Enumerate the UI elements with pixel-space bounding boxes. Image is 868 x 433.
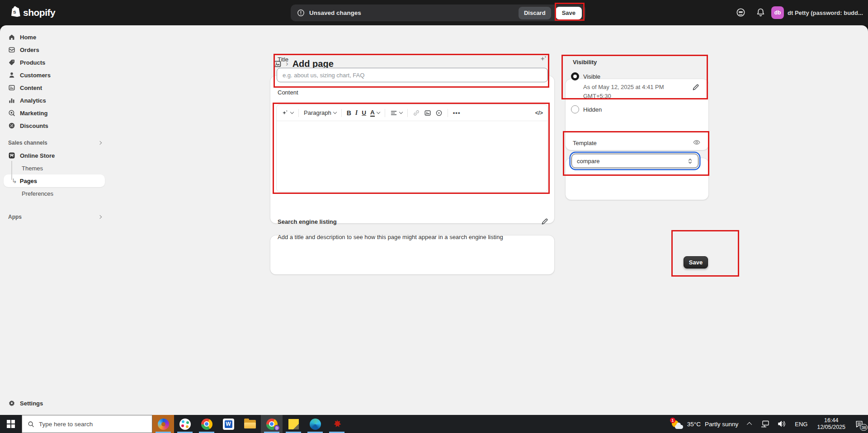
insert-image-icon[interactable] (424, 109, 431, 117)
taskbar-app-slack[interactable] (174, 415, 196, 433)
alignment-button[interactable] (390, 109, 402, 117)
more-options-button[interactable]: ••• (453, 109, 461, 116)
seo-card-title: Search engine listing (278, 218, 337, 225)
taskbar-search-box[interactable]: Type here to search (22, 415, 152, 433)
floating-save-button[interactable]: Save (684, 256, 708, 268)
sidebar-item-products[interactable]: Products (4, 56, 105, 69)
clock-time: 16:44 (817, 417, 845, 424)
weather-icon: 1 (670, 419, 683, 429)
insert-video-icon[interactable] (435, 109, 443, 117)
visible-label[interactable]: Visible (583, 73, 600, 80)
title-input[interactable] (277, 68, 548, 82)
save-button[interactable]: Save (556, 7, 582, 19)
chevron-down-icon (377, 110, 380, 113)
paragraph-style-dropdown[interactable]: Paragraph (304, 109, 336, 116)
chevron-down-icon (399, 110, 403, 113)
taskbar-app-copilot[interactable] (152, 415, 174, 433)
sidebar-item-content[interactable]: Content (4, 81, 105, 94)
action-center-button[interactable]: 38 (850, 415, 868, 433)
sidebar-item-discounts[interactable]: Discounts (4, 119, 105, 132)
sidebar-section-apps[interactable]: Apps (4, 211, 105, 223)
taskbar-app-word[interactable]: W (217, 415, 239, 433)
ai-magic-button[interactable] (281, 109, 293, 117)
chevron-right-icon (98, 141, 102, 145)
title-label: Title (278, 56, 288, 63)
sidebar-item-settings[interactable]: Settings (4, 397, 105, 409)
gear-icon (8, 400, 15, 407)
sidebar-item-themes[interactable]: Themes (4, 162, 105, 174)
taskbar-app-chrome[interactable] (196, 415, 217, 433)
volume-icon[interactable] (777, 420, 786, 428)
notification-count-badge: 38 (860, 424, 868, 431)
sidekick-assistant-icon[interactable] (736, 8, 745, 17)
sticky-notes-icon (288, 419, 299, 429)
notifications-bell-icon[interactable] (756, 8, 765, 17)
editor-toolbar: Paragraph B I U A ••• </> (277, 105, 547, 121)
start-button[interactable] (0, 415, 22, 433)
taskbar-app-sticky-notes[interactable] (283, 415, 304, 433)
hidden-icons-chevron[interactable] (747, 422, 752, 427)
sidebar-item-online-store[interactable]: Online Store (4, 149, 105, 162)
eye-icon[interactable] (693, 138, 701, 146)
system-tray: 1 35°C Partly sunny ENG 16:44 12/05/2025… (666, 415, 868, 433)
svg-text:S: S (13, 9, 16, 14)
text-color-button[interactable]: A (370, 109, 380, 117)
edit-pencil-icon[interactable] (541, 217, 549, 226)
toolbar-divider (341, 109, 342, 117)
sidebar-section-sales-channels[interactable]: Sales channels (4, 136, 105, 149)
shopify-logo[interactable]: S shopify (10, 5, 55, 19)
file-explorer-icon (244, 420, 256, 428)
hidden-label[interactable]: Hidden (583, 106, 602, 113)
underline-button[interactable]: U (362, 109, 366, 116)
content-icon (8, 84, 15, 91)
sidebar-item-analytics[interactable]: Analytics (4, 94, 105, 107)
magic-sparkle-icon[interactable] (539, 55, 547, 63)
home-icon (8, 33, 15, 41)
bold-button[interactable]: B (347, 109, 351, 117)
select-updown-icon (687, 158, 693, 165)
customers-icon (8, 71, 15, 79)
sidebar-item-pages[interactable]: ↳ Pages (4, 174, 105, 187)
topbar: S shopify Unsaved changes Discard Save d… (0, 0, 868, 25)
template-select[interactable]: compare (571, 154, 698, 168)
sidebar-item-home[interactable]: Home (4, 31, 105, 43)
toolbar-divider (407, 109, 408, 117)
taskbar-weather[interactable]: 1 35°C Partly sunny (666, 419, 743, 429)
sidebar-item-marketing[interactable]: Marketing (4, 107, 105, 119)
slack-icon (179, 419, 191, 430)
hidden-radio[interactable] (571, 105, 579, 113)
discard-button[interactable]: Discard (519, 7, 551, 19)
language-indicator[interactable]: ENG (790, 421, 812, 428)
visible-radio[interactable] (571, 72, 579, 80)
code-view-button[interactable]: </> (535, 110, 543, 116)
orders-icon (8, 46, 15, 53)
marketing-icon (8, 109, 15, 117)
network-icon[interactable] (761, 420, 770, 428)
taskbar-clock[interactable]: 16:44 12/05/2025 (812, 417, 850, 431)
search-icon (28, 421, 34, 428)
sidebar: Home Orders Products Customers Content A… (0, 25, 108, 415)
visibility-note-line2: GMT+5:30 (583, 93, 611, 99)
user-avatar[interactable]: db (771, 6, 784, 19)
sidebar-item-customers[interactable]: Customers (4, 69, 105, 81)
word-icon: W (223, 419, 234, 430)
edit-pencil-icon[interactable] (692, 83, 700, 91)
sidebar-item-preferences[interactable]: Preferences (4, 187, 105, 200)
taskbar-app-chrome-profile[interactable]: D (261, 415, 283, 433)
taskbar-app-red[interactable] (326, 415, 348, 433)
visibility-note-line1: As of May 12, 2025 at 4:41 PM (583, 84, 664, 90)
taskbar-app-edge[interactable] (304, 415, 326, 433)
content-label: Content (278, 89, 298, 96)
sidebar-item-orders[interactable]: Orders (4, 43, 105, 56)
unsaved-changes-bar: Unsaved changes Discard Save (291, 5, 585, 21)
editor-text-area[interactable] (277, 121, 547, 192)
user-name[interactable]: dt Petty (password: budd... (788, 9, 863, 16)
insert-link-icon[interactable] (413, 109, 420, 117)
italic-button[interactable]: I (355, 109, 358, 117)
search-placeholder: Type here to search (39, 421, 93, 428)
windows-taskbar: Type here to search W D (0, 415, 868, 433)
taskbar-app-file-explorer[interactable] (239, 415, 261, 433)
shopify-bag-icon: S (10, 5, 21, 19)
clock-date: 12/05/2025 (817, 424, 845, 431)
weather-badge: 1 (670, 418, 675, 423)
